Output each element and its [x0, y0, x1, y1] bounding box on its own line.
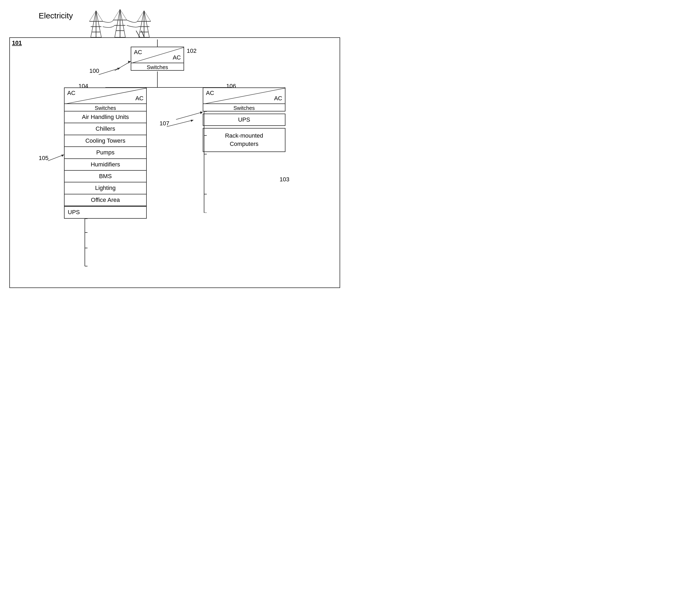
left-group: AC AC Switches Air Handling Units Chille… [64, 87, 147, 219]
svg-line-6 [96, 11, 101, 37]
list-item-humidifiers: Humidifiers [64, 159, 147, 171]
list-item-ups-left: UPS [64, 206, 147, 218]
ac-left-right: AC [206, 89, 214, 97]
label-105: 105 [39, 155, 49, 162]
ac-left-top: AC [134, 49, 142, 56]
list-item-pumps: Pumps [64, 147, 147, 159]
right-group: AC AC Switches UPS Rack-mountedComputers [203, 87, 285, 152]
list-item-cooling-towers: Cooling Towers [64, 135, 147, 147]
ac-box-left-inner: AC AC [65, 88, 146, 104]
ac-right-top: AC [173, 54, 181, 61]
rack-computers-box: Rack-mountedComputers [203, 128, 285, 152]
label-103: 103 [280, 176, 290, 183]
ac-box-right-inner: AC AC [203, 88, 285, 104]
list-item-chillers: Chillers [64, 123, 147, 135]
power-towers [83, 5, 157, 41]
ac-right-left: AC [135, 95, 144, 102]
diagram-area: Electricity 101 [0, 0, 350, 298]
ac-right-right: AC [274, 95, 282, 102]
ac-box-right: AC AC Switches [203, 87, 285, 111]
ac-left-left: AC [67, 89, 75, 97]
label-101: 101 [12, 40, 22, 46]
svg-line-24 [144, 11, 149, 37]
electricity-text: Electricity [39, 11, 73, 20]
ac-box-left-bottom: Switches [65, 104, 146, 112]
diag-line-right [203, 88, 285, 103]
ac-box-right-bottom: Switches [203, 104, 285, 112]
list-item-air-handling: Air Handling Units [64, 111, 147, 123]
ac-box-left: AC AC Switches [64, 87, 147, 111]
list-item-office-area: Office Area [64, 195, 147, 206]
label-107: 107 [159, 120, 169, 127]
label-100: 100 [90, 68, 99, 74]
ac-box-top-bottom: Switches [131, 63, 183, 71]
diag-line-left [65, 88, 146, 103]
ups-box-right: UPS [203, 113, 285, 126]
ac-switches-top: AC AC Switches [131, 47, 184, 71]
outer-box [9, 37, 340, 288]
ac-box-top-inner: AC AC [131, 47, 183, 63]
svg-line-23 [139, 11, 144, 37]
list-item-lighting: Lighting [64, 182, 147, 194]
label-102: 102 [187, 48, 197, 54]
svg-line-52 [203, 88, 285, 103]
ac-box-top: AC AC Switches [131, 47, 184, 71]
list-item-bms: BMS [64, 171, 147, 182]
svg-line-51 [65, 88, 146, 103]
svg-line-5 [91, 11, 96, 37]
electricity-label: Electricity [39, 11, 73, 20]
